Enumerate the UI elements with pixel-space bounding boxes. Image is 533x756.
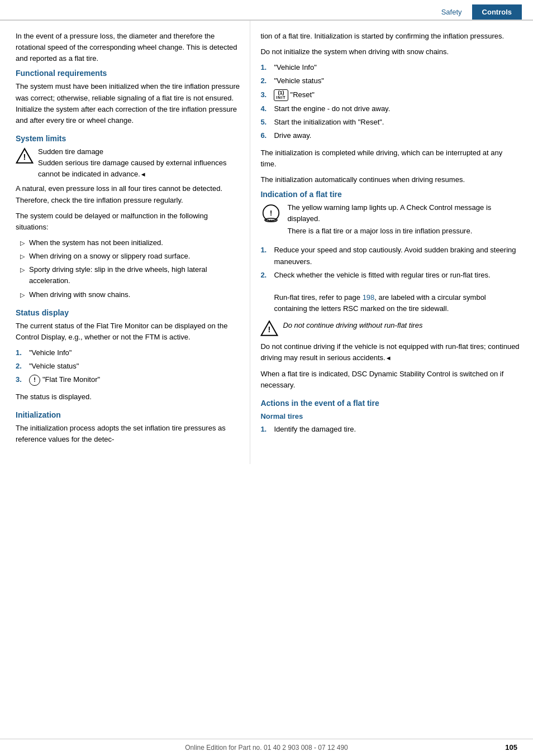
list-num: 2. [16,361,25,372]
list-item: 2. "Vehicle status" [16,361,241,372]
system-limits-heading: System limits [16,134,241,143]
list-num: 2. [260,75,269,87]
run-flat-page-link[interactable]: 198 [363,293,375,302]
footer-text: Online Edition for Part no. 01 40 2 903 … [185,744,348,752]
footer: Online Edition for Part no. 01 40 2 903 … [0,739,533,756]
indication-flat-tire-section: Indication of a flat tire ! The yellow w… [260,190,520,391]
list-item: 1. Identify the damaged tire. [260,424,520,435]
actions-flat-tire-heading: Actions in the event of a flat tire [260,399,520,408]
warning-triangle-icon-2: ! [260,320,278,337]
list-num: 1. [260,424,269,435]
list-content: "Vehicle status" [274,75,520,87]
list-num: 1. [16,347,25,358]
functional-requirements-section: Functional requirements The system must … [16,69,241,126]
flat-tire-warning-box: ! The yellow warning lamp lights up. A C… [260,202,520,241]
list-num: 5. [260,117,269,128]
list-content: Start the engine - do not drive away. [274,103,520,114]
system-limits-para1: A natural, even pressure loss in all fou… [16,183,241,205]
tab-controls[interactable]: Controls [472,4,522,20]
status-display-section: Status display The current status of the… [16,308,241,403]
list-num: 2. [260,270,269,281]
normal-tires-steps: 1. Identify the damaged tire. [260,424,520,435]
list-item: 5. Start the initialization with "Reset"… [260,117,520,128]
warning-triangle-icon: ! [16,147,34,164]
sudden-tire-damage-warning: ! Sudden tire damage Sudden serious tire… [16,146,241,180]
list-item: 1. "Vehicle Info" [16,347,241,358]
status-display-heading: Status display [16,308,241,317]
list-num: 6. [260,130,269,141]
indication-flat-tire-heading: Indication of a flat tire [260,190,520,199]
actions-flat-tire-section: Actions in the event of a flat tire Norm… [260,399,520,435]
flat-tire-steps: 1. Reduce your speed and stop cautiously… [260,245,520,314]
system-limits-bullets: When the system has not been initialized… [16,237,241,300]
list-num: 3. [260,89,269,101]
warning-lamp-text: The yellow warning lamp lights up. A Che… [287,202,520,224]
init-para1: The initialization is completed while dr… [260,147,520,170]
initialization-cont: tion of a flat tire. Initialization is s… [260,31,520,42]
snow-chains-note: Do not initialize the system when drivin… [260,46,520,58]
right-column: tion of a flat tire. Initialization is s… [250,21,533,464]
flat-tire-icon: ! [260,203,282,224]
list-content: Identify the damaged tire. [274,424,520,435]
tab-safety[interactable]: Safety [431,4,472,20]
list-content: !"Flat Tire Monitor" [29,374,241,386]
dsc-note: When a flat tire is indicated, DSC Dynam… [260,369,520,391]
list-num: 4. [260,103,269,114]
back-arrow-2: ◄ [386,355,392,361]
page-number: 105 [505,743,517,752]
initialization-section: Initialization The initialization proces… [16,410,241,445]
warning-label2: Sudden serious tire damage caused by ext… [38,159,227,178]
normal-tires-subheading: Normal tires [260,412,520,420]
list-item: 1. Reduce your speed and stop cautiously… [260,245,520,267]
list-item: 3. !"Flat Tire Monitor" [16,374,241,386]
intro-paragraph: In the event of a pressure loss, the dia… [16,31,241,64]
sudden-tire-damage-text: Sudden tire damage Sudden serious tire d… [38,146,241,180]
do-not-continue-text: Do not continue driving if the vehicle i… [260,341,520,363]
list-num: 1. [260,62,269,73]
list-content: Check whether the vehicle is fitted with… [274,270,520,315]
status-displayed-text: The status is displayed. [16,391,241,403]
list-item: 4. Start the engine - do not drive away. [260,103,520,114]
list-item: 6. Drive away. [260,130,520,141]
warning-label1: Sudden tire damage [38,147,103,156]
list-content: "Vehicle Info" [29,347,241,358]
list-num: 3. [16,374,25,385]
run-flat-note: Run-flat tires, refer to page [274,293,362,302]
header-tabs: Safety Controls [0,0,533,20]
initialization-body: The initialization process adopts the se… [16,423,241,445]
list-item: 3. (1)INIT"Reset" [260,89,520,102]
init-reset-icon: (1)INIT [274,89,288,102]
flat-tire-icon-text: The yellow warning lamp lights up. A Che… [287,202,520,241]
system-limits-section: System limits ! Sudden tire damage Sudde… [16,134,241,300]
list-num: 1. [260,245,269,256]
bullet-item: Sporty driving style: slip in the drive … [16,264,241,286]
status-display-body: The current status of the Flat Tire Moni… [16,320,241,343]
list-content: "Vehicle status" [29,361,241,372]
no-run-flat-warning: ! Do not continue driving without run-fl… [260,320,520,337]
functional-requirements-body: The system must have been initialized wh… [16,81,241,126]
init-steps-list: 1. "Vehicle Info" 2. "Vehicle status" 3.… [260,62,520,141]
ftm-circle-icon: ! [29,375,40,386]
functional-requirements-heading: Functional requirements [16,69,241,78]
bullet-item: When driving on a snowy or slippery road… [16,251,241,262]
list-item: 2. "Vehicle status" [260,75,520,87]
list-item: 2. Check whether the vehicle is fitted w… [260,270,520,315]
system-limits-para2: The system could be delayed or malfuncti… [16,210,241,233]
main-content: In the event of a pressure loss, the dia… [0,21,533,464]
list-content: Drive away. [274,130,520,141]
list-content: (1)INIT"Reset" [274,89,520,102]
flat-tire-body: There is a flat tire or a major loss in … [287,226,520,237]
init-para2: The initialization automatically continu… [260,174,520,185]
list-content: "Vehicle Info" [274,62,520,73]
list-item: 1. "Vehicle Info" [260,62,520,73]
no-run-flat-text: Do not continue driving without run-flat… [283,320,422,331]
initialization-heading: Initialization [16,410,241,419]
svg-text:!: ! [270,209,272,217]
svg-text:!: ! [268,325,271,334]
back-arrow-1: ◄ [140,171,146,178]
list-content: Reduce your speed and stop cautiously. A… [274,245,520,267]
svg-text:!: ! [23,152,26,161]
status-display-list: 1. "Vehicle Info" 2. "Vehicle status" 3.… [16,347,241,386]
bullet-item: When driving with snow chains. [16,289,241,300]
list-content: Start the initialization with "Reset". [274,117,520,128]
